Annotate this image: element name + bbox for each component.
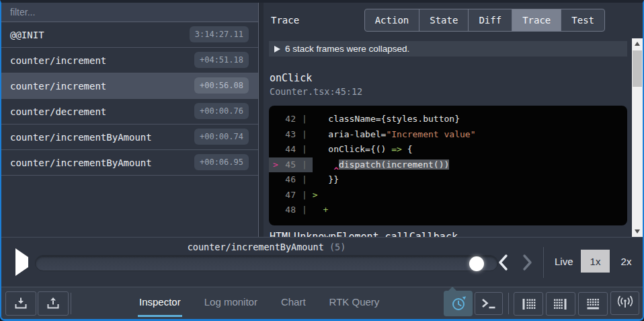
- monitor-tab-chart[interactable]: Chart: [280, 287, 307, 317]
- action-type: @@INIT: [10, 30, 44, 40]
- playback-action-name: counter/incrementByAmount: [188, 242, 329, 252]
- stopwatch-button[interactable]: [444, 291, 473, 316]
- action-type: counter/incrementByAmount: [10, 157, 152, 168]
- chevron-right-icon: [521, 253, 534, 272]
- playback-slider[interactable]: [35, 255, 498, 271]
- tab-state[interactable]: State: [419, 9, 469, 32]
- redux-devtools-window: @@INIT3:14:27.11counter/increment+04:51.…: [0, 0, 644, 321]
- remote-icon: [616, 295, 634, 312]
- code-gutter: >45|: [269, 157, 313, 173]
- code-text: className={styles.button}: [313, 112, 460, 127]
- stack-frame-name: onClick: [270, 72, 312, 84]
- main-area: @@INIT3:14:27.11counter/increment+04:51.…: [1, 3, 643, 237]
- code-line: 46| }}^: [269, 172, 627, 188]
- action-list-item[interactable]: counter/increment+04:51.18: [1, 48, 258, 73]
- action-list: @@INIT3:14:27.11counter/increment+04:51.…: [1, 22, 258, 176]
- code-snippet: 42| className={styles.button}43| aria-la…: [269, 106, 627, 225]
- expand-triangle-icon: [274, 46, 280, 52]
- code-line: 42| className={styles.button}: [269, 112, 627, 127]
- trace-scrollbar[interactable]: [632, 38, 643, 237]
- terminal-icon: [480, 296, 497, 311]
- speed-2x-button[interactable]: 2x: [612, 250, 641, 273]
- scroll-down-icon[interactable]: [632, 226, 643, 237]
- action-timestamp-badge: +04:51.18: [194, 52, 249, 68]
- dock-bottom-icon: [585, 296, 601, 312]
- trace-panel-title: Trace: [271, 15, 299, 26]
- code-line: 43| aria-label="Increment value": [269, 127, 627, 143]
- play-icon: [15, 248, 28, 276]
- terminal-button[interactable]: [475, 292, 503, 315]
- code-line: 47|>: [269, 188, 627, 203]
- import-button[interactable]: [5, 291, 36, 316]
- action-type: counter/incrementByAmount: [10, 132, 152, 143]
- code-text: aria-label="Increment value": [313, 127, 476, 143]
- play-button[interactable]: [13, 251, 30, 273]
- action-timestamp-badge: +00:56.08: [194, 77, 249, 94]
- action-type: counter/increment: [10, 55, 106, 66]
- tab-action[interactable]: Action: [364, 9, 420, 32]
- action-type: counter/increment: [10, 81, 106, 92]
- scroll-up-icon[interactable]: [632, 38, 643, 49]
- dock-right-icon: [553, 296, 569, 312]
- monitor-tab-log-monitor[interactable]: Log monitor: [203, 287, 259, 317]
- code-gutter: 46|: [269, 172, 313, 188]
- next-stack-frame-clipped: HTMLUnknownElement.callCallback: [270, 231, 458, 237]
- step-forward-button[interactable]: [520, 253, 535, 273]
- speed-1x-button[interactable]: 1x: [581, 250, 610, 273]
- code-gutter: 48|: [269, 203, 313, 218]
- export-button[interactable]: [38, 291, 69, 316]
- playback-bar: counter/incrementByAmount (5) Live 1x2x: [1, 237, 643, 287]
- filter-bar: [1, 3, 258, 22]
- toolbar-divider: [508, 293, 509, 314]
- code-line: 44| onClick={() => {: [269, 142, 627, 157]
- code-line: 48| +: [269, 203, 627, 218]
- action-list-item[interactable]: counter/incrementByAmount+00:00.74: [1, 124, 258, 150]
- stopwatch-icon: [449, 294, 468, 313]
- tab-trace[interactable]: Trace: [512, 9, 561, 32]
- monitor-tab-group: InspectorLog monitorChartRTK Query: [138, 287, 380, 319]
- action-timestamp-badge: 3:14:27.11: [190, 26, 249, 42]
- code-text: +: [313, 203, 328, 218]
- code-line: >45| dispatch(increment()): [269, 157, 627, 173]
- trace-panel: Trace ActionStateDiffTraceTest 6 stack f…: [264, 3, 643, 237]
- action-list-panel: @@INIT3:14:27.11counter/increment+04:51.…: [1, 3, 259, 237]
- toolbar-divider: [71, 293, 71, 314]
- collapsed-frames-text: 6 stack frames were collapsed.: [285, 44, 409, 54]
- code-gutter: 44|: [269, 142, 313, 157]
- monitor-tab-inspector[interactable]: Inspector: [138, 287, 182, 317]
- action-timestamp-badge: +00:00.74: [194, 129, 249, 145]
- action-list-item[interactable]: counter/decrement+00:00.76: [1, 99, 258, 124]
- tab-test[interactable]: Test: [561, 9, 605, 32]
- action-list-item[interactable]: counter/increment+00:56.08: [1, 73, 258, 99]
- remote-button[interactable]: [610, 291, 639, 315]
- code-gutter: 47|: [269, 188, 313, 203]
- code-text: >: [313, 188, 318, 203]
- action-timestamp-badge: +00:00.76: [194, 103, 249, 119]
- live-button[interactable]: Live: [555, 256, 573, 267]
- bottom-toolbar: InspectorLog monitorChartRTK Query: [1, 287, 643, 319]
- action-type: counter/decrement: [10, 106, 106, 117]
- code-gutter: 42|: [269, 112, 313, 127]
- playback-action-index: (5): [329, 242, 346, 252]
- dock-right-button[interactable]: [546, 292, 575, 316]
- monitor-tab-rtk-query[interactable]: RTK Query: [328, 287, 381, 317]
- action-timestamp-badge: +00:06.95: [194, 154, 249, 170]
- filter-input[interactable]: [10, 7, 249, 17]
- dock-left-button[interactable]: [514, 292, 543, 316]
- playback-slider-thumb[interactable]: [469, 256, 484, 271]
- code-text: }}^: [313, 172, 339, 188]
- code-text: onClick={() => {: [313, 142, 413, 157]
- action-list-item[interactable]: @@INIT3:14:27.11: [1, 22, 258, 48]
- trace-tab-group: ActionStateDiffTraceTest: [365, 9, 605, 32]
- tab-diff[interactable]: Diff: [468, 9, 512, 32]
- export-icon: [45, 295, 61, 312]
- stack-frame-location[interactable]: Counter.tsx:45:12: [270, 86, 362, 97]
- dock-bottom-button[interactable]: [578, 292, 608, 316]
- step-back-button[interactable]: [495, 253, 510, 273]
- action-list-item[interactable]: counter/incrementByAmount+00:06.95: [1, 150, 258, 176]
- dock-left-icon: [520, 296, 536, 312]
- playback-divider: [543, 247, 544, 278]
- scrollbar-thumb[interactable]: [633, 50, 642, 87]
- collapsed-frames-bar[interactable]: 6 stack frames were collapsed.: [269, 41, 627, 57]
- code-gutter: 43|: [269, 127, 313, 143]
